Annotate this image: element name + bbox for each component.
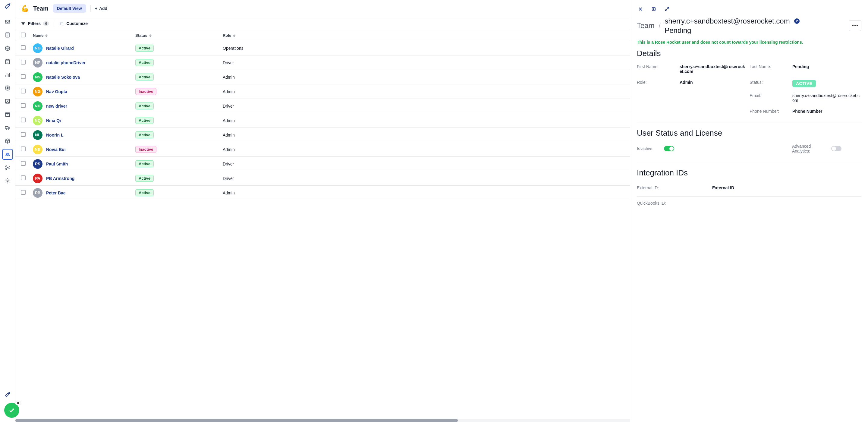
truck-icon[interactable] [2,122,13,133]
page-title: Team [33,5,49,12]
layout-icon [59,21,64,26]
document-icon[interactable] [2,30,13,40]
avatar: PA [33,174,42,183]
label-last-name: Last Name: [749,64,789,69]
row-checkbox[interactable] [21,74,26,79]
sidebar: 31 [0,0,16,422]
value-status: ACTIVE [792,80,816,87]
user-name-link[interactable]: Paul Smith [46,161,68,167]
table-row[interactable]: ND new driver Active Driver [16,99,630,113]
table-row[interactable]: PS Paul Smith Active Driver [16,157,630,171]
label-is-active: Is active: [637,146,655,151]
row-checkbox[interactable] [21,132,26,137]
table-row[interactable]: NB Novia Bui Inactive Admin [16,142,630,157]
status-badge: Active [135,160,154,167]
toolbar: Filters 0 Customize [16,17,630,30]
minimize-icon[interactable] [650,5,657,13]
value-first-name: sherry.c+sandboxtest@roserocket.com [680,64,746,74]
gear-icon[interactable] [2,175,13,186]
calendar-icon[interactable]: 31 [2,56,13,67]
role-cell: Driver [219,171,630,186]
table-row[interactable]: NS Natalie Sokolova Active Admin [16,70,630,84]
user-name-link[interactable]: Natalie Sokolova [46,75,80,80]
team-icon[interactable] [2,149,13,160]
table-row[interactable]: NL Noorin L Active Admin [16,128,630,142]
row-checkbox[interactable] [21,103,26,108]
archive-icon[interactable] [2,109,13,120]
divider [637,122,861,122]
column-name[interactable]: Name [29,30,132,41]
add-button[interactable]: + Add [95,6,107,11]
row-checkbox[interactable] [21,60,26,64]
role-cell: Admin [219,128,630,142]
user-name-link[interactable]: new driver [46,104,67,109]
dollar-icon[interactable] [2,83,13,93]
view-selector[interactable]: Default View [53,4,86,13]
close-icon[interactable] [637,5,644,13]
status-fab[interactable]: 0 [4,403,19,418]
contact-icon[interactable] [2,96,13,107]
row-checkbox[interactable] [21,161,26,166]
avatar: ND [33,101,42,111]
user-name-link[interactable]: Noorin L [46,132,64,138]
rocket-icon[interactable] [4,392,11,400]
row-checkbox[interactable] [21,45,26,50]
table-container[interactable]: Name Status Role NG Natalie Girard Activ… [16,30,630,422]
column-role[interactable]: Role [219,30,630,41]
breadcrumb-root[interactable]: Team [637,21,655,30]
table-row[interactable]: PA PB Armstrong Active Driver [16,171,630,186]
user-name-link[interactable]: Novia Bui [46,147,66,152]
avatar: NG [33,87,42,96]
license-notice: This is a Rose Rocket user and does not … [637,40,861,44]
section-status-license: User Status and License [637,128,861,138]
filters-button[interactable]: Filters 0 [21,21,49,26]
user-name-link[interactable]: Natalie Girard [46,46,74,51]
globe-icon[interactable] [2,43,13,54]
table-row[interactable]: NQ Nina Qi Active Admin [16,113,630,128]
table-row[interactable]: NG Natalie Girard Active Operations [16,41,630,56]
row-checkbox[interactable] [21,175,26,180]
user-name-link[interactable]: Peter Bae [46,190,66,195]
select-all-checkbox[interactable] [21,33,26,37]
row-checkbox[interactable] [21,147,26,151]
main-content: 💪 Team Default View + Add Filters 0 Cust… [16,0,630,422]
row-checkbox[interactable] [21,118,26,122]
column-status[interactable]: Status [132,30,219,41]
chart-icon[interactable] [2,69,13,80]
avatar: NG [33,43,42,53]
user-name-link[interactable]: natalie phoneDriver [46,60,86,65]
expand-icon[interactable] [663,5,671,13]
role-cell: Driver [219,56,630,70]
filter-icon [21,21,26,26]
svg-point-11 [6,153,7,154]
svg-point-6 [7,100,8,101]
svg-point-23 [855,25,856,26]
toggle-is-active[interactable] [664,146,674,151]
label-status: Status: [749,80,789,85]
more-button[interactable] [849,20,861,31]
role-cell: Admin [219,142,630,157]
status-badge: Active [135,73,154,81]
box-icon[interactable] [2,135,13,147]
role-cell: Admin [219,84,630,99]
toggle-advanced-analytics[interactable] [831,146,841,151]
value-last-name: Pending [792,64,861,69]
customize-button[interactable]: Customize [59,21,88,26]
add-label: Add [99,6,107,11]
table-row[interactable]: NG Nav Gupta Inactive Admin [16,84,630,99]
user-name-link[interactable]: Nav Gupta [46,89,67,94]
status-badge: Active [135,175,154,182]
svg-point-13 [6,166,7,167]
inbox-icon[interactable] [2,16,13,27]
table-row[interactable]: NP natalie phoneDriver Active Driver [16,56,630,70]
row-checkbox[interactable] [21,89,26,93]
row-checkbox[interactable] [21,190,26,195]
scissors-icon[interactable] [2,162,13,173]
user-name-link[interactable]: Nina Qi [46,118,61,123]
user-name-link[interactable]: PB Armstrong [46,176,74,181]
horizontal-scrollbar[interactable] [16,419,630,422]
team-table: Name Status Role NG Natalie Girard Activ… [16,30,630,200]
table-row[interactable]: PB Peter Bae Active Admin [16,186,630,200]
app-logo[interactable] [4,3,11,10]
role-cell: Driver [219,157,630,171]
